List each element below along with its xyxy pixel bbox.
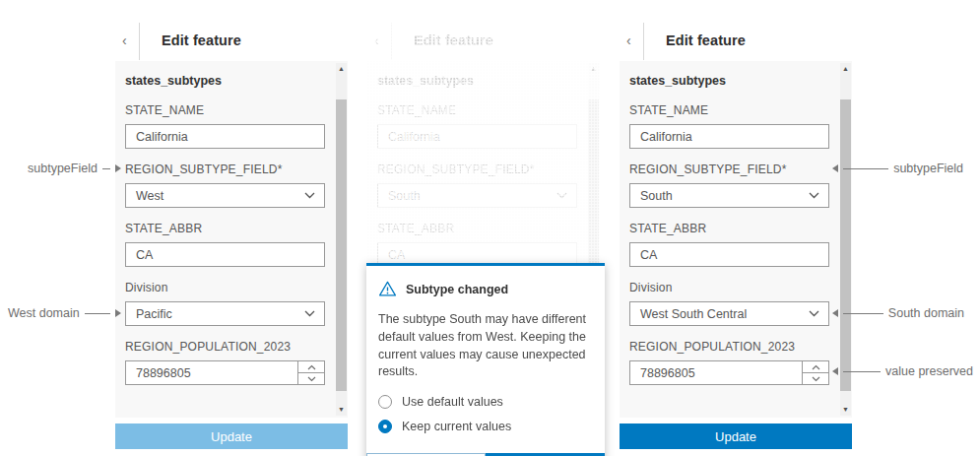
- radio-icon[interactable]: [378, 420, 392, 433]
- state-name-input: California: [377, 124, 577, 149]
- stepper-down-icon[interactable]: [803, 373, 828, 384]
- back-icon[interactable]: ‹: [115, 33, 146, 47]
- form-card: states_subtypes STATE_NAME California RE…: [620, 61, 852, 418]
- population-input[interactable]: 78896805: [125, 360, 325, 385]
- state-abbr-value: CA: [136, 248, 153, 262]
- annotation-text: value preserved: [885, 364, 973, 378]
- panel-title: Edit feature: [666, 33, 746, 48]
- scrollbar[interactable]: ▲ ▼: [336, 63, 347, 416]
- subtype-changed-dialog: Subtype changed The subtype South may ha…: [366, 263, 605, 456]
- state-abbr-input[interactable]: CA: [125, 242, 325, 267]
- annotation-west-domain: West domain: [8, 305, 121, 321]
- form-title: states_subtypes: [377, 74, 577, 88]
- arrow-line: [843, 168, 888, 169]
- annotation-text: subtypeField: [28, 162, 98, 175]
- population-value: 78896805: [640, 366, 695, 380]
- field-label-division: Division: [125, 281, 325, 294]
- stepper-up-icon[interactable]: [298, 361, 324, 373]
- scroll-down-icon[interactable]: ▼: [840, 404, 851, 416]
- arrow-right-icon: [115, 309, 121, 317]
- state-name-input[interactable]: California: [629, 124, 829, 149]
- back-icon: ‹: [367, 33, 398, 47]
- stepper-down-icon[interactable]: [298, 373, 324, 384]
- panel-header: ‹ Edit feature: [367, 20, 600, 61]
- annotation-value-preserved: value preserved: [832, 363, 973, 379]
- field-label-state-name: STATE_NAME: [377, 103, 577, 117]
- form-card: states_subtypes STATE_NAME California RE…: [115, 61, 348, 418]
- scroll-down-icon[interactable]: ▼: [336, 404, 347, 416]
- division-select[interactable]: Pacific: [125, 301, 325, 326]
- division-value: Pacific: [136, 307, 172, 321]
- edit-feature-panel-dialog: ‹ Edit feature states_subtypes STATE_NAM…: [367, 20, 600, 61]
- back-icon[interactable]: ‹: [620, 33, 650, 47]
- region-subtype-value: South: [640, 189, 673, 203]
- arrow-line: [85, 313, 110, 314]
- form-title: states_subtypes: [125, 74, 325, 88]
- update-button[interactable]: Update: [115, 423, 348, 449]
- scrollbar-thumb[interactable]: [840, 99, 851, 391]
- warning-icon: [378, 280, 397, 298]
- state-name-value: California: [640, 130, 692, 144]
- panel-header: ‹ Edit feature: [620, 20, 852, 61]
- dialog-title: Subtype changed: [406, 283, 508, 296]
- field-label-state-abbr: STATE_ABBR: [629, 222, 829, 235]
- header-divider: [139, 23, 140, 60]
- arrow-line: [843, 313, 883, 314]
- scroll-up-icon[interactable]: ▲: [336, 63, 347, 75]
- chevron-down-icon: [304, 310, 315, 317]
- field-label-region-subtype: REGION_SUBTYPE_FIELD*: [629, 163, 829, 176]
- field-label-state-abbr: STATE_ABBR: [377, 222, 577, 235]
- arrow-left-icon: [832, 309, 838, 317]
- scrollbar-thumb[interactable]: [336, 99, 347, 391]
- state-name-value: California: [136, 130, 188, 144]
- field-label-region-subtype: REGION_SUBTYPE_FIELD*: [377, 163, 577, 176]
- field-label-population: REGION_POPULATION_2023: [125, 340, 325, 354]
- state-name-value: California: [388, 130, 440, 144]
- radio-icon[interactable]: [378, 395, 392, 409]
- panel-header: ‹ Edit feature: [115, 20, 348, 61]
- state-abbr-value: CA: [388, 248, 405, 262]
- division-select[interactable]: West South Central: [629, 301, 829, 326]
- population-value: 78896805: [136, 366, 191, 380]
- stepper-up-icon[interactable]: [803, 361, 828, 373]
- region-subtype-select[interactable]: West: [125, 183, 325, 208]
- radio-keep-current-values[interactable]: Keep current values: [378, 420, 593, 433]
- arrow-left-icon: [832, 367, 838, 375]
- state-abbr-value: CA: [640, 248, 657, 262]
- region-subtype-value: West: [136, 189, 163, 203]
- panel-title: Edit feature: [414, 33, 493, 48]
- field-label-state-name: STATE_NAME: [125, 103, 325, 117]
- field-label-state-abbr: STATE_ABBR: [125, 222, 325, 235]
- annotation-text: South domain: [888, 306, 964, 320]
- population-input[interactable]: 78896805: [629, 360, 829, 385]
- state-abbr-input[interactable]: CA: [629, 242, 829, 267]
- scroll-up-icon: ▲: [588, 63, 599, 75]
- number-stepper: [297, 361, 324, 384]
- update-button[interactable]: Update: [620, 423, 852, 449]
- form-title: states_subtypes: [629, 74, 829, 88]
- radio-label: Keep current values: [402, 420, 511, 433]
- edit-feature-panel-after: ‹ Edit feature states_subtypes STATE_NAM…: [620, 20, 852, 61]
- chevron-down-icon: [304, 192, 315, 199]
- field-label-division: Division: [629, 281, 829, 294]
- arrow-left-icon: [832, 164, 838, 172]
- annotation-subtype-field-left: subtypeField: [28, 161, 121, 176]
- number-stepper: [802, 361, 828, 384]
- field-label-state-name: STATE_NAME: [629, 103, 829, 117]
- dialog-body-text: The subtype South may have different def…: [378, 311, 593, 381]
- header-divider: [391, 23, 392, 60]
- radio-use-default-values[interactable]: Use default values: [378, 395, 593, 409]
- arrow-line: [102, 168, 110, 169]
- annotation-text: West domain: [8, 306, 80, 320]
- panel-title: Edit feature: [162, 33, 241, 48]
- scroll-up-icon[interactable]: ▲: [840, 63, 851, 75]
- radio-label: Use default values: [402, 395, 503, 409]
- annotation-south-domain: South domain: [832, 305, 964, 321]
- state-name-input[interactable]: California: [125, 124, 325, 149]
- region-subtype-select[interactable]: South: [629, 183, 829, 208]
- division-value: West South Central: [640, 307, 747, 321]
- annotation-text: subtypeField: [893, 162, 963, 175]
- region-subtype-value: South: [388, 189, 421, 203]
- arrow-line: [843, 371, 881, 372]
- field-label-population: REGION_POPULATION_2023: [629, 340, 829, 354]
